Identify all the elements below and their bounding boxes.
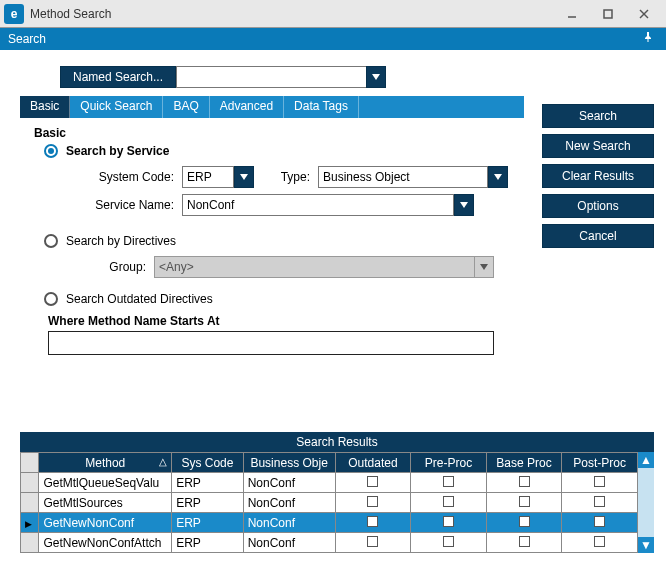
cell-pre-proc[interactable] bbox=[411, 533, 487, 553]
cell-base-proc[interactable] bbox=[486, 513, 562, 533]
cell-business-obj: NonConf bbox=[243, 533, 335, 553]
cell-method: GetNewNonConfAttch bbox=[39, 533, 172, 553]
row-header bbox=[21, 473, 39, 493]
radio-label: Search by Service bbox=[66, 144, 169, 158]
cell-business-obj: NonConf bbox=[243, 513, 335, 533]
cell-pre-proc[interactable] bbox=[411, 513, 487, 533]
radio-icon bbox=[44, 292, 58, 306]
type-drop-icon[interactable] bbox=[488, 166, 508, 188]
system-code-input[interactable] bbox=[182, 166, 234, 188]
tab-baq[interactable]: BAQ bbox=[163, 96, 209, 118]
options-button[interactable]: Options bbox=[542, 194, 654, 218]
cell-outdated[interactable] bbox=[335, 473, 411, 493]
where-input[interactable] bbox=[48, 331, 494, 355]
col-base-proc[interactable]: Base Proc bbox=[486, 453, 562, 473]
clear-results-button[interactable]: Clear Results bbox=[542, 164, 654, 188]
col-outdated[interactable]: Outdated bbox=[335, 453, 411, 473]
cell-post-proc[interactable] bbox=[562, 533, 638, 553]
new-search-button[interactable]: New Search bbox=[542, 134, 654, 158]
basic-group-title: Basic bbox=[34, 126, 524, 140]
cell-outdated[interactable] bbox=[335, 533, 411, 553]
search-tabs: Basic Quick Search BAQ Advanced Data Tag… bbox=[20, 96, 524, 118]
tab-quick-search[interactable]: Quick Search bbox=[70, 96, 163, 118]
svg-rect-1 bbox=[604, 10, 612, 18]
named-search-row: Named Search... bbox=[60, 66, 654, 88]
cell-outdated[interactable] bbox=[335, 513, 411, 533]
svg-marker-7 bbox=[460, 202, 468, 208]
grid-scrollbar[interactable]: ▲ ▼ bbox=[638, 452, 654, 553]
cell-method: GetMtlSources bbox=[39, 493, 172, 513]
pin-icon[interactable] bbox=[642, 31, 658, 47]
cell-base-proc[interactable] bbox=[486, 533, 562, 553]
minimize-button[interactable] bbox=[554, 0, 590, 27]
svg-marker-4 bbox=[372, 74, 380, 80]
checkbox-icon bbox=[519, 476, 530, 487]
svg-marker-5 bbox=[240, 174, 248, 180]
table-row[interactable]: GetMtlQueueSeqValuERPNonConf bbox=[21, 473, 638, 493]
checkbox-icon bbox=[519, 516, 530, 527]
cell-outdated[interactable] bbox=[335, 493, 411, 513]
named-search-input[interactable] bbox=[176, 66, 366, 88]
results-title: Search Results bbox=[20, 432, 654, 452]
group-line: Group: bbox=[76, 256, 524, 278]
named-search-button[interactable]: Named Search... bbox=[60, 66, 176, 88]
cell-post-proc[interactable] bbox=[562, 493, 638, 513]
menubar: Search bbox=[0, 28, 666, 50]
service-name-label: Service Name: bbox=[76, 198, 174, 212]
scroll-track[interactable] bbox=[638, 468, 654, 537]
cell-post-proc[interactable] bbox=[562, 473, 638, 493]
col-business-obj[interactable]: Business Obje bbox=[243, 453, 335, 473]
cell-pre-proc[interactable] bbox=[411, 473, 487, 493]
tab-data-tags[interactable]: Data Tags bbox=[284, 96, 359, 118]
cell-business-obj: NonConf bbox=[243, 493, 335, 513]
cell-post-proc[interactable] bbox=[562, 513, 638, 533]
col-sys-code[interactable]: Sys Code bbox=[172, 453, 244, 473]
table-row[interactable]: GetNewNonConfERPNonConf bbox=[21, 513, 638, 533]
named-search-drop-icon[interactable] bbox=[366, 66, 386, 88]
cell-business-obj: NonConf bbox=[243, 473, 335, 493]
system-code-drop-icon[interactable] bbox=[234, 166, 254, 188]
group-label: Group: bbox=[76, 260, 146, 274]
system-code-label: System Code: bbox=[76, 170, 174, 184]
sort-asc-icon: △ bbox=[159, 456, 167, 467]
cell-pre-proc[interactable] bbox=[411, 493, 487, 513]
close-button[interactable] bbox=[626, 0, 662, 27]
checkbox-icon bbox=[367, 476, 378, 487]
cell-base-proc[interactable] bbox=[486, 493, 562, 513]
col-method[interactable]: Method△ bbox=[39, 453, 172, 473]
cell-base-proc[interactable] bbox=[486, 473, 562, 493]
table-row[interactable]: GetMtlSourcesERPNonConf bbox=[21, 493, 638, 513]
maximize-button[interactable] bbox=[590, 0, 626, 27]
col-post-proc[interactable]: Post-Proc bbox=[562, 453, 638, 473]
service-name-line: Service Name: bbox=[76, 194, 524, 216]
checkbox-icon bbox=[367, 496, 378, 507]
checkbox-icon bbox=[519, 496, 530, 507]
grid-corner bbox=[21, 453, 39, 473]
search-button[interactable]: Search bbox=[542, 104, 654, 128]
app-icon: e bbox=[4, 4, 24, 24]
tab-basic[interactable]: Basic bbox=[20, 96, 70, 118]
group-input[interactable] bbox=[154, 256, 474, 278]
tab-advanced[interactable]: Advanced bbox=[210, 96, 284, 118]
cell-method: GetNewNonConf bbox=[39, 513, 172, 533]
scroll-up-icon[interactable]: ▲ bbox=[638, 452, 654, 468]
service-name-drop-icon[interactable] bbox=[454, 194, 474, 216]
radio-search-by-directives[interactable]: Search by Directives bbox=[44, 234, 524, 248]
radio-search-outdated[interactable]: Search Outdated Directives bbox=[44, 292, 524, 306]
menu-search[interactable]: Search bbox=[8, 32, 46, 46]
group-drop-icon[interactable] bbox=[474, 256, 494, 278]
checkbox-icon bbox=[443, 536, 454, 547]
col-pre-proc[interactable]: Pre-Proc bbox=[411, 453, 487, 473]
cell-sys-code: ERP bbox=[172, 513, 244, 533]
table-row[interactable]: GetNewNonConfAttchERPNonConf bbox=[21, 533, 638, 553]
service-name-input[interactable] bbox=[182, 194, 454, 216]
results-grid-wrap: Method△ Sys Code Business Obje Outdated … bbox=[20, 452, 654, 553]
svg-marker-8 bbox=[480, 264, 488, 270]
radio-search-by-service[interactable]: Search by Service bbox=[44, 144, 524, 158]
checkbox-icon bbox=[594, 516, 605, 527]
scroll-down-icon[interactable]: ▼ bbox=[638, 537, 654, 553]
row-header bbox=[21, 533, 39, 553]
type-input[interactable] bbox=[318, 166, 488, 188]
cancel-button[interactable]: Cancel bbox=[542, 224, 654, 248]
cell-method: GetMtlQueueSeqValu bbox=[39, 473, 172, 493]
